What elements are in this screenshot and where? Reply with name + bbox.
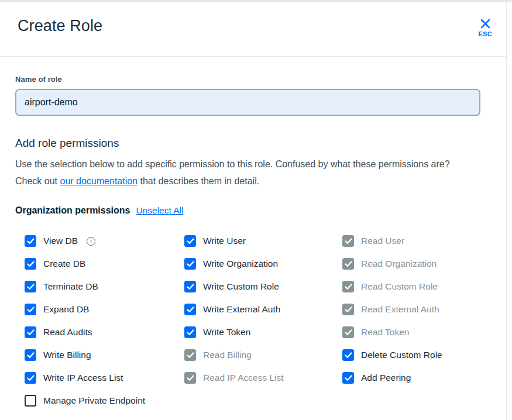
checkbox-expand-db[interactable]: [25, 304, 36, 315]
permission-label-view-db: View DB: [43, 236, 78, 246]
permission-label-terminate-db: Terminate DB: [43, 281, 98, 292]
checkbox-write-custom-role[interactable]: [184, 281, 196, 292]
permission-row-view-db[interactable]: View DBi: [25, 235, 184, 247]
permission-row-create-db[interactable]: Create DB: [25, 258, 184, 270]
permission-label-write-external-auth: Write External Auth: [203, 304, 280, 315]
permission-row-delete-custom-role[interactable]: Delete Custom Role: [342, 349, 480, 361]
checkbox-write-billing[interactable]: [25, 349, 36, 361]
permission-row-write-organization[interactable]: Write Organization: [184, 258, 342, 270]
permission-label-write-user: Write User: [203, 236, 246, 246]
permission-label-add-peering: Add Peering: [361, 373, 411, 383]
permissions-column-1: View DBiCreate DBTerminate DBExpand DBRe…: [25, 235, 184, 418]
checkbox-create-db[interactable]: [25, 258, 36, 270]
checkbox-delete-custom-role[interactable]: [342, 349, 354, 361]
permissions-column-3: Read UserRead OrganizationRead Custom Ro…: [342, 235, 480, 418]
organization-permissions-row: Organization permissions Unselect All: [15, 205, 480, 216]
close-x-icon: [480, 18, 491, 29]
modal-content: Name of role Add role permissions Use th…: [0, 75, 506, 418]
permission-row-read-custom-role: Read Custom Role: [342, 281, 480, 292]
checkbox-write-user[interactable]: [184, 235, 196, 247]
description-text-after: that describes them in detail.: [138, 176, 259, 186]
permissions-grid: View DBiCreate DBTerminate DBExpand DBRe…: [25, 235, 480, 418]
permission-row-terminate-db[interactable]: Terminate DB: [25, 281, 184, 292]
permission-row-add-peering[interactable]: Add Peering: [342, 372, 480, 384]
permission-label-delete-custom-role: Delete Custom Role: [361, 350, 442, 360]
checkbox-manage-private-endpoint[interactable]: [25, 395, 36, 407]
info-icon[interactable]: i: [87, 237, 95, 246]
page-title: Create Role: [18, 17, 102, 35]
checkbox-view-db[interactable]: [25, 235, 36, 247]
permission-row-write-ip-access-list[interactable]: Write IP Access List: [25, 372, 184, 384]
permissions-description: Use the selection below to add specific …: [15, 156, 453, 190]
permission-row-manage-private-endpoint[interactable]: Manage Private Endpoint: [25, 395, 184, 407]
permission-row-write-billing[interactable]: Write Billing: [25, 349, 184, 361]
checkbox-read-audits[interactable]: [25, 326, 36, 338]
checkbox-write-organization[interactable]: [184, 258, 196, 270]
permissions-column-2: Write UserWrite OrganizationWrite Custom…: [184, 235, 342, 418]
unselect-all-link[interactable]: Unselect All: [136, 205, 183, 216]
permission-row-write-custom-role[interactable]: Write Custom Role: [184, 281, 342, 292]
checkbox-read-organization: [342, 258, 354, 270]
checkbox-write-token[interactable]: [184, 326, 196, 338]
checkbox-write-external-auth[interactable]: [184, 304, 196, 315]
checkbox-add-peering[interactable]: [342, 372, 354, 384]
permission-row-read-external-auth: Read External Auth: [342, 304, 480, 315]
permission-row-read-organization: Read Organization: [342, 258, 480, 270]
checkbox-read-user: [342, 235, 354, 247]
checkbox-write-ip-access-list[interactable]: [25, 372, 36, 384]
role-name-input[interactable]: [15, 89, 480, 116]
create-role-modal: Create Role ESC Name of role Add role pe…: [0, 2, 507, 420]
permission-label-manage-private-endpoint: Manage Private Endpoint: [43, 395, 145, 406]
checkbox-terminate-db[interactable]: [25, 281, 36, 292]
permission-row-read-user: Read User: [342, 235, 480, 247]
permission-label-read-token: Read Token: [361, 327, 409, 338]
checkbox-read-ip-access-list: [184, 372, 196, 384]
permission-row-read-token: Read Token: [342, 326, 480, 338]
permission-label-read-custom-role: Read Custom Role: [361, 281, 438, 292]
permission-label-read-organization: Read Organization: [361, 259, 437, 269]
permission-label-write-ip-access-list: Write IP Access List: [43, 373, 123, 383]
checkbox-read-external-auth: [342, 304, 354, 315]
our-documentation-link[interactable]: our documentation: [60, 176, 138, 186]
permission-label-read-audits: Read Audits: [43, 327, 92, 338]
checkbox-read-billing: [184, 349, 196, 361]
permission-row-write-external-auth[interactable]: Write External Auth: [184, 304, 342, 315]
permission-label-write-token: Write Token: [203, 327, 250, 338]
permission-label-read-external-auth: Read External Auth: [361, 304, 439, 315]
add-role-permissions-heading: Add role permissions: [15, 137, 480, 150]
permission-row-expand-db[interactable]: Expand DB: [25, 304, 184, 315]
checkbox-read-token: [342, 326, 354, 338]
permission-row-write-user[interactable]: Write User: [184, 235, 342, 247]
permission-row-read-billing: Read Billing: [184, 349, 342, 361]
permission-row-read-ip-access-list: Read IP Access List: [184, 372, 342, 384]
permission-row-write-token[interactable]: Write Token: [184, 326, 342, 338]
modal-header: Create Role ESC: [0, 2, 506, 57]
permission-label-write-billing: Write Billing: [43, 350, 91, 360]
permission-label-read-billing: Read Billing: [203, 350, 252, 360]
permission-label-write-organization: Write Organization: [203, 259, 278, 269]
permission-label-read-ip-access-list: Read IP Access List: [203, 373, 284, 383]
permission-row-read-audits[interactable]: Read Audits: [25, 326, 184, 338]
checkbox-read-custom-role: [342, 281, 354, 292]
permission-label-create-db: Create DB: [43, 259, 85, 269]
close-button[interactable]: ESC: [476, 17, 494, 39]
organization-permissions-label: Organization permissions: [15, 205, 130, 216]
permission-label-expand-db: Expand DB: [43, 304, 89, 315]
permission-label-read-user: Read User: [361, 236, 404, 246]
esc-label: ESC: [478, 30, 492, 37]
permission-label-write-custom-role: Write Custom Role: [203, 281, 279, 292]
name-of-role-label: Name of role: [15, 75, 480, 84]
